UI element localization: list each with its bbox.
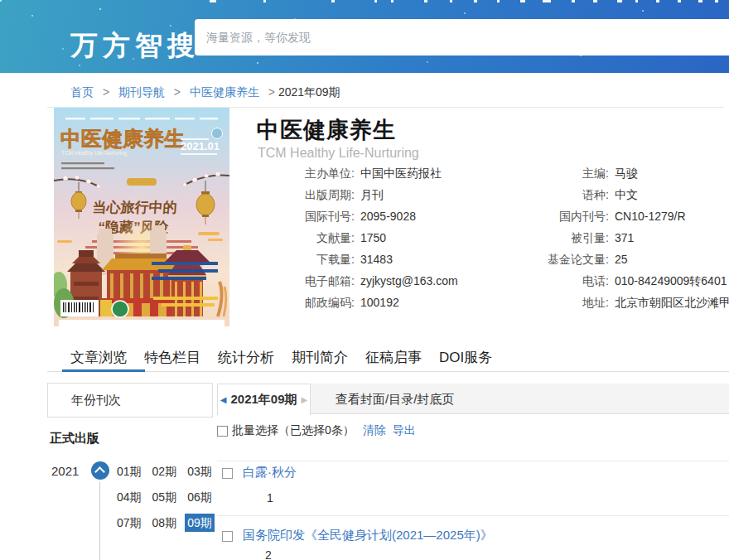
breadcrumb: 首页 > 期刊导航 > 中医健康养生 > 2021年09期 [70,85,340,100]
meta-label: 电话: [511,270,609,292]
meta-value: 010-84249009转6401 [615,270,727,292]
breadcrumb-separator: > [174,85,181,99]
article-title-link[interactable]: 国务院印发《全民健身计划(2021—2025年)》 [243,528,493,543]
issue-chip-08[interactable]: 08期 [150,514,180,532]
meta-label: 主编: [511,162,609,184]
year-issue-panel-header: 年份刊次 [47,383,213,418]
article-page-number: 1 [267,491,273,504]
meta-row-phone: 电话: 010-84249009转6401 [511,270,729,292]
issue-row: 01期 02期 03期 [114,462,215,480]
journal-meta-left: 主办单位: 中国中医药报社 出版周期: 月刊 国际刊号: 2095-9028 文… [257,162,509,313]
meta-label: 地址: [511,292,609,313]
search-input[interactable] [195,19,729,56]
active-tab-underline [62,369,145,372]
meta-label: 出版周期: [257,184,355,205]
batch-select-checkbox[interactable] [217,426,228,437]
issue-chip-06[interactable]: 06期 [185,488,215,506]
issue-toolbar: ◀ 2021年09期 ▶ 查看封面/目录/封底页 [217,384,729,414]
meta-label: 国际刊号: [257,205,355,227]
tab-special-columns[interactable]: 特色栏目 [144,348,200,367]
breadcrumb-separator: > [103,85,109,99]
issue-chip-02[interactable]: 02期 [150,462,180,480]
issue-list: 01期 02期 03期 04期 05期 06期 07期 08期 09期 [114,462,215,539]
cover-masthead: 中医健康养生 [60,127,185,150]
current-issue-label: 2021年09期 [230,392,297,408]
journal-tabs: 文章浏览 特色栏目 统计分析 期刊简介 征稿启事 DOI服务 [70,348,492,367]
clear-selection-link[interactable]: 清除 [363,423,386,438]
meta-value: 2095-9028 [360,205,416,227]
breadcrumb-journal-link[interactable]: 中医健康养生 [190,85,259,99]
current-issue-tab[interactable]: ◀ 2021年09期 ▶ [217,384,311,415]
meta-value: 25 [615,249,628,270]
issue-chip-07[interactable]: 07期 [114,514,144,532]
meta-value: 北京市朝阳区北沙滩甲4 [615,292,729,313]
meta-row-funded-papers: 基金论文量: 25 [511,249,729,270]
meta-value: zyjkystg@163.com [360,270,458,292]
meta-label: 被引量: [511,227,609,249]
view-cover-toc-link[interactable]: 查看封面/目录/封底页 [336,384,454,414]
journal-meta-right: 主编: 马骏 语种: 中文 国内刊号: CN10-1279/R 被引量: 371… [511,162,729,313]
collapse-year-button[interactable] [91,461,109,480]
article-checkbox[interactable] [222,468,233,479]
journal-title: 中医健康养生 [257,115,396,145]
meta-row-editor: 主编: 马骏 [511,162,729,184]
tab-journal-intro[interactable]: 期刊简介 [292,348,348,367]
tab-call-for-papers[interactable]: 征稿启事 [365,348,422,367]
meta-value: 371 [615,227,634,249]
breadcrumb-separator: > [268,85,275,99]
meta-label: 国内刊号: [511,205,609,227]
list-divider [217,461,729,461]
meta-value: 31483 [360,249,393,270]
next-issue-icon[interactable]: ▶ [302,395,308,404]
tabs-divider [47,371,729,372]
issue-row: 07期 08期 09期 [114,514,215,532]
year-2021-label[interactable]: 2021 [51,464,79,478]
issue-chip-01[interactable]: 01期 [114,462,144,480]
batch-select-row: 批量选择 （已选择0条） 清除 导出 [217,422,416,439]
meta-row-language: 语种: 中文 [511,184,729,205]
cover-headline1: 当心旅行中的 [92,200,177,215]
meta-row-postcode: 邮政编码: 100192 [257,292,509,313]
journal-detail-page: 万方智搜 首页 > 期刊导航 > 中医健康养生 > 2021年09期 [0,0,729,560]
meta-row-email: 电子邮箱: zyjkystg@163.com [257,270,509,292]
tab-statistics[interactable]: 统计分析 [218,348,274,367]
breadcrumb-home-link[interactable]: 首页 [70,85,94,99]
meta-row-address: 地址: 北京市朝阳区北沙滩甲4 [511,292,729,313]
article-page-number: 2 [265,548,272,560]
selected-count: （已选择0条） [278,423,355,438]
meta-row-frequency: 出版周期: 月刊 [257,184,509,205]
issue-chip-05[interactable]: 05期 [150,488,180,506]
cover-issue-no: 2021.01 [181,140,220,152]
issue-chip-03[interactable]: 03期 [185,462,215,480]
cover-gold-badge [127,178,157,186]
meta-label: 主办单位: [257,162,355,184]
article-checkbox[interactable] [222,531,233,542]
prev-issue-icon[interactable]: ◀ [220,395,227,404]
year-timeline [99,482,100,560]
journal-cover-image[interactable]: 中医健康养生 TCM Healthy Life-Nurturing 2021.0… [54,108,229,326]
issue-chip-09-active[interactable]: 09期 [185,514,215,532]
cover-masthead-en: TCM Healthy Life-Nurturing [61,150,127,157]
wanfang-logo[interactable]: 万方智搜 [70,27,200,65]
breadcrumb-journal-nav-link[interactable]: 期刊导航 [118,85,165,99]
tab-article-browse[interactable]: 文章浏览 [70,348,127,367]
meta-value: 中国中医药报社 [360,162,442,184]
meta-row-doc-count: 文献量: 1750 [257,227,509,249]
meta-label: 下载量: [257,249,355,270]
meta-value: 中文 [615,184,638,205]
breadcrumb-current: 2021年09期 [278,85,340,99]
issue-chip-04[interactable]: 04期 [114,488,144,506]
meta-row-issn: 国际刊号: 2095-9028 [257,205,509,227]
meta-value: 马骏 [615,162,638,184]
article-title-link[interactable]: 白露·秋分 [243,465,297,480]
cover-bottom-edge [59,320,224,326]
batch-select-label: 批量选择 [232,423,278,438]
publication-status-label: 正式出版 [50,431,99,447]
tab-doi-service[interactable]: DOI服务 [439,348,492,367]
meta-label: 电子邮箱: [257,270,355,292]
issue-row: 04期 05期 06期 [114,488,215,506]
cover-green-seal [112,301,128,317]
export-link[interactable]: 导出 [393,423,416,438]
meta-label: 语种: [511,184,609,205]
snow-texture [0,0,2,2]
